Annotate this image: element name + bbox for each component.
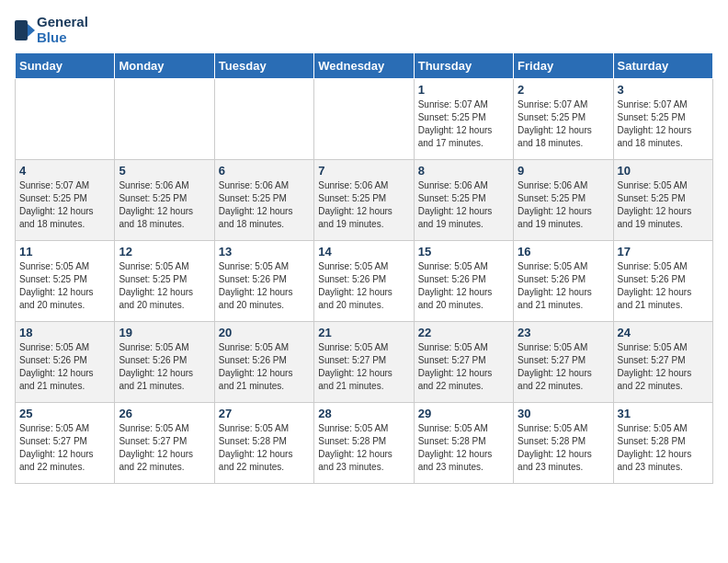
day-number: 10	[618, 164, 709, 178]
calendar-day-cell: 9Sunrise: 5:06 AM Sunset: 5:25 PM Daylig…	[514, 160, 613, 241]
day-number: 26	[119, 407, 210, 420]
calendar-day-cell: 19Sunrise: 5:05 AM Sunset: 5:26 PM Dayli…	[115, 322, 214, 403]
column-header-monday: Monday	[115, 53, 214, 79]
day-number: 22	[418, 326, 509, 339]
day-number: 8	[418, 164, 509, 178]
calendar-day-cell: 10Sunrise: 5:05 AM Sunset: 5:25 PM Dayli…	[613, 160, 712, 241]
calendar-day-cell: 11Sunrise: 5:05 AM Sunset: 5:25 PM Dayli…	[16, 241, 115, 322]
calendar-day-cell: 29Sunrise: 5:05 AM Sunset: 5:28 PM Dayli…	[414, 403, 513, 484]
day-info: Sunrise: 5:05 AM Sunset: 5:26 PM Dayligh…	[518, 260, 609, 312]
day-number: 19	[119, 326, 210, 339]
column-header-tuesday: Tuesday	[214, 53, 313, 79]
day-info: Sunrise: 5:05 AM Sunset: 5:27 PM Dayligh…	[618, 341, 709, 393]
day-number: 21	[318, 326, 409, 339]
calendar-day-cell: 13Sunrise: 5:05 AM Sunset: 5:26 PM Dayli…	[214, 241, 313, 322]
calendar-day-cell: 31Sunrise: 5:05 AM Sunset: 5:28 PM Dayli…	[613, 403, 712, 484]
day-info: Sunrise: 5:05 AM Sunset: 5:27 PM Dayligh…	[418, 341, 509, 393]
day-info: Sunrise: 5:05 AM Sunset: 5:28 PM Dayligh…	[618, 422, 709, 474]
calendar-day-cell: 14Sunrise: 5:05 AM Sunset: 5:26 PM Dayli…	[314, 241, 414, 322]
day-number: 24	[618, 326, 709, 339]
day-info: Sunrise: 5:05 AM Sunset: 5:25 PM Dayligh…	[618, 179, 709, 231]
day-info: Sunrise: 5:05 AM Sunset: 5:28 PM Dayligh…	[518, 422, 609, 474]
calendar-day-cell: 26Sunrise: 5:05 AM Sunset: 5:27 PM Dayli…	[115, 403, 214, 484]
day-number: 29	[418, 407, 509, 420]
day-info: Sunrise: 5:05 AM Sunset: 5:28 PM Dayligh…	[418, 422, 509, 474]
day-number: 3	[618, 83, 709, 97]
day-info: Sunrise: 5:05 AM Sunset: 5:26 PM Dayligh…	[219, 260, 310, 312]
page-header: General Blue	[15, 15, 713, 45]
day-info: Sunrise: 5:06 AM Sunset: 5:25 PM Dayligh…	[318, 179, 409, 231]
calendar-day-cell: 2Sunrise: 5:07 AM Sunset: 5:25 PM Daylig…	[514, 79, 613, 160]
day-info: Sunrise: 5:07 AM Sunset: 5:25 PM Dayligh…	[618, 98, 709, 150]
calendar-day-cell: 6Sunrise: 5:06 AM Sunset: 5:25 PM Daylig…	[214, 160, 313, 241]
day-info: Sunrise: 5:05 AM Sunset: 5:28 PM Dayligh…	[219, 422, 310, 474]
calendar-header-row: SundayMondayTuesdayWednesdayThursdayFrid…	[16, 53, 713, 79]
day-info: Sunrise: 5:05 AM Sunset: 5:27 PM Dayligh…	[119, 422, 210, 474]
calendar-week-row: 18Sunrise: 5:05 AM Sunset: 5:26 PM Dayli…	[16, 322, 713, 403]
logo-icon	[15, 20, 35, 40]
day-number: 30	[518, 407, 609, 420]
day-number: 11	[19, 245, 110, 259]
calendar-day-cell: 28Sunrise: 5:05 AM Sunset: 5:28 PM Dayli…	[314, 403, 414, 484]
calendar-day-cell: 7Sunrise: 5:06 AM Sunset: 5:25 PM Daylig…	[314, 160, 414, 241]
calendar-day-cell: 15Sunrise: 5:05 AM Sunset: 5:26 PM Dayli…	[414, 241, 513, 322]
day-number: 13	[219, 245, 310, 259]
day-info: Sunrise: 5:06 AM Sunset: 5:25 PM Dayligh…	[119, 179, 210, 231]
day-info: Sunrise: 5:05 AM Sunset: 5:25 PM Dayligh…	[19, 260, 110, 312]
day-number: 27	[219, 407, 310, 420]
column-header-saturday: Saturday	[613, 53, 712, 79]
logo: General Blue	[15, 15, 88, 45]
day-number: 4	[19, 164, 110, 178]
day-number: 14	[318, 245, 409, 259]
day-info: Sunrise: 5:07 AM Sunset: 5:25 PM Dayligh…	[19, 179, 110, 231]
day-info: Sunrise: 5:07 AM Sunset: 5:25 PM Dayligh…	[418, 98, 509, 150]
column-header-sunday: Sunday	[16, 53, 115, 79]
calendar-day-cell: 21Sunrise: 5:05 AM Sunset: 5:27 PM Dayli…	[314, 322, 414, 403]
day-number: 5	[119, 164, 210, 178]
logo-text-general: General	[37, 15, 88, 30]
day-info: Sunrise: 5:06 AM Sunset: 5:25 PM Dayligh…	[418, 179, 509, 231]
calendar-day-cell: 8Sunrise: 5:06 AM Sunset: 5:25 PM Daylig…	[414, 160, 513, 241]
column-header-friday: Friday	[514, 53, 613, 79]
day-number: 28	[318, 407, 409, 420]
calendar-day-cell: 16Sunrise: 5:05 AM Sunset: 5:26 PM Dayli…	[514, 241, 613, 322]
day-info: Sunrise: 5:05 AM Sunset: 5:27 PM Dayligh…	[518, 341, 609, 393]
calendar-day-cell: 30Sunrise: 5:05 AM Sunset: 5:28 PM Dayli…	[514, 403, 613, 484]
day-info: Sunrise: 5:05 AM Sunset: 5:27 PM Dayligh…	[19, 422, 110, 474]
day-number: 2	[518, 83, 609, 97]
day-info: Sunrise: 5:07 AM Sunset: 5:25 PM Dayligh…	[518, 98, 609, 150]
day-info: Sunrise: 5:05 AM Sunset: 5:26 PM Dayligh…	[618, 260, 709, 312]
column-header-thursday: Thursday	[414, 53, 513, 79]
day-number: 18	[19, 326, 110, 339]
day-number: 9	[518, 164, 609, 178]
day-info: Sunrise: 5:05 AM Sunset: 5:26 PM Dayligh…	[219, 341, 310, 393]
day-info: Sunrise: 5:05 AM Sunset: 5:28 PM Dayligh…	[318, 422, 409, 474]
calendar-day-cell: 25Sunrise: 5:05 AM Sunset: 5:27 PM Dayli…	[16, 403, 115, 484]
calendar-day-cell: 5Sunrise: 5:06 AM Sunset: 5:25 PM Daylig…	[115, 160, 214, 241]
day-info: Sunrise: 5:05 AM Sunset: 5:25 PM Dayligh…	[119, 260, 210, 312]
calendar-day-cell: 12Sunrise: 5:05 AM Sunset: 5:25 PM Dayli…	[115, 241, 214, 322]
day-number: 7	[318, 164, 409, 178]
calendar-day-cell: 1Sunrise: 5:07 AM Sunset: 5:25 PM Daylig…	[414, 79, 513, 160]
logo-mark: General Blue	[15, 15, 88, 45]
day-info: Sunrise: 5:06 AM Sunset: 5:25 PM Dayligh…	[219, 179, 310, 231]
day-number: 23	[518, 326, 609, 339]
logo-text-blue: Blue	[37, 30, 88, 46]
svg-rect-0	[15, 20, 28, 40]
calendar-day-cell: 3Sunrise: 5:07 AM Sunset: 5:25 PM Daylig…	[613, 79, 712, 160]
calendar-week-row: 4Sunrise: 5:07 AM Sunset: 5:25 PM Daylig…	[16, 160, 713, 241]
day-number: 17	[618, 245, 709, 259]
calendar-table: SundayMondayTuesdayWednesdayThursdayFrid…	[15, 52, 713, 484]
day-info: Sunrise: 5:06 AM Sunset: 5:25 PM Dayligh…	[518, 179, 609, 231]
calendar-day-cell: 20Sunrise: 5:05 AM Sunset: 5:26 PM Dayli…	[214, 322, 313, 403]
calendar-day-cell: 23Sunrise: 5:05 AM Sunset: 5:27 PM Dayli…	[514, 322, 613, 403]
day-number: 16	[518, 245, 609, 259]
day-info: Sunrise: 5:05 AM Sunset: 5:26 PM Dayligh…	[318, 260, 409, 312]
day-info: Sunrise: 5:05 AM Sunset: 5:26 PM Dayligh…	[19, 341, 110, 393]
empty-day-cell	[214, 79, 313, 160]
empty-day-cell	[16, 79, 115, 160]
day-number: 15	[418, 245, 509, 259]
column-header-wednesday: Wednesday	[314, 53, 414, 79]
svg-marker-1	[28, 24, 35, 37]
calendar-week-row: 1Sunrise: 5:07 AM Sunset: 5:25 PM Daylig…	[16, 79, 713, 160]
